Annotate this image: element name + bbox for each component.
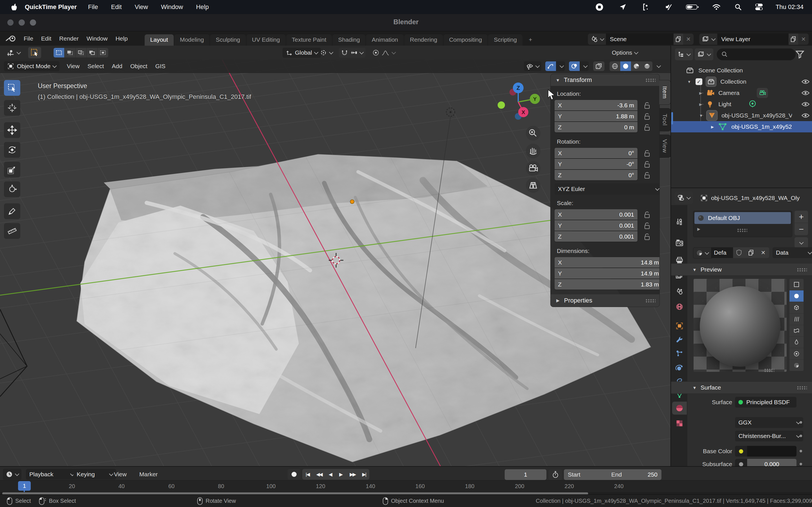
preview-cube-button[interactable] bbox=[790, 302, 804, 313]
workspace-tab-modeling[interactable]: Modeling bbox=[174, 34, 209, 46]
rotation-x-field[interactable]: X0° bbox=[555, 148, 638, 158]
options-dropdown[interactable]: Options bbox=[608, 47, 641, 58]
location-services-icon[interactable] bbox=[619, 3, 627, 11]
timeline-menu-keying[interactable]: Keying bbox=[73, 469, 116, 480]
subsurface-method-dropdown[interactable]: Christensen-Bur... bbox=[735, 431, 803, 441]
topbar-menu-file[interactable]: File bbox=[20, 35, 37, 42]
decorator-dot[interactable] bbox=[800, 450, 802, 452]
unlink-material-button[interactable]: ✕ bbox=[757, 247, 769, 258]
surface-panel-header[interactable]: ▼ Surface bbox=[671, 381, 812, 394]
jump-to-start-button[interactable]: |◀ bbox=[306, 471, 310, 477]
material-browse-button[interactable] bbox=[693, 247, 712, 259]
timeline-ruler[interactable]: 20 40 60 80 100 120 140 160 180 200 220 … bbox=[0, 480, 812, 492]
shading-material-button[interactable] bbox=[631, 61, 642, 71]
shading-dropdown[interactable] bbox=[652, 61, 663, 71]
play-button[interactable]: ▶ bbox=[339, 471, 343, 477]
copy-material-button[interactable] bbox=[745, 247, 757, 258]
show-overlays-toggle[interactable] bbox=[569, 61, 580, 71]
tool-cursor[interactable] bbox=[4, 100, 20, 116]
location-y-field[interactable]: Y1.88 m bbox=[555, 111, 638, 121]
viewport-menu-select[interactable]: Select bbox=[84, 63, 108, 69]
outliner-row-mesh-data-selected[interactable]: ▶ obj-USGS_1m_x49y52 bbox=[671, 121, 812, 132]
rotation-z-field[interactable]: Z0° bbox=[555, 170, 638, 180]
playhead-current-frame[interactable]: 1 bbox=[18, 481, 31, 491]
scale-x-field[interactable]: X0.001 bbox=[555, 209, 638, 220]
menubar-clock[interactable]: Thu 02:34 bbox=[776, 3, 804, 11]
timeline-menu-view[interactable]: View bbox=[114, 471, 126, 478]
select-mode-subtract-button[interactable] bbox=[75, 48, 86, 57]
outliner-row-collection[interactable]: ▼ ✓ Collection bbox=[671, 76, 812, 87]
workspace-tab-layout[interactable]: Layout bbox=[145, 34, 174, 46]
control-center-icon[interactable] bbox=[755, 3, 763, 11]
scene-unlink-button[interactable]: ✕ bbox=[683, 36, 694, 43]
scene-name[interactable]: Scene bbox=[606, 34, 673, 45]
tool-scale[interactable] bbox=[4, 162, 20, 177]
lock-icons-column[interactable] bbox=[643, 100, 652, 291]
expand-icon[interactable]: ▶ bbox=[699, 91, 702, 95]
preview-sphere-button[interactable] bbox=[790, 290, 804, 302]
next-keyframe-button[interactable]: ▶▶ bbox=[350, 471, 355, 477]
view-layer-browse-button[interactable] bbox=[699, 34, 717, 45]
viewport-menu-add[interactable]: Add bbox=[108, 63, 126, 69]
workspace-tab-uv-editing[interactable]: UV Editing bbox=[246, 34, 286, 46]
viewport-nav-buttons[interactable] bbox=[526, 126, 541, 193]
material-name-field[interactable]: Defa bbox=[711, 247, 736, 258]
remove-material-slot-button[interactable]: − bbox=[795, 223, 808, 235]
preview-resize-grip[interactable] bbox=[764, 369, 774, 372]
add-material-slot-button[interactable]: + bbox=[795, 211, 808, 223]
workspace-tab-animation[interactable]: Animation bbox=[366, 34, 403, 46]
preview-checker-sphere-button[interactable] bbox=[790, 360, 804, 371]
menubar-menu-file[interactable]: File bbox=[84, 3, 102, 11]
location-z-field[interactable]: Z0 m bbox=[555, 122, 638, 132]
object-visibility-dropdown[interactable] bbox=[524, 61, 541, 71]
menubar-menu-window[interactable]: Window bbox=[157, 3, 187, 11]
distribution-dropdown[interactable]: GGX bbox=[735, 417, 803, 428]
hide-toggle-eye-icon[interactable] bbox=[801, 101, 810, 108]
tweak-tool-button[interactable] bbox=[28, 47, 41, 58]
transform-orientation-dropdown[interactable]: Global bbox=[283, 48, 321, 58]
show-gizmo-toggle[interactable] bbox=[545, 61, 556, 71]
fake-user-shield-button[interactable] bbox=[733, 247, 745, 258]
preview-fluid-button[interactable] bbox=[790, 337, 804, 348]
location-x-field[interactable]: X-3.6 m bbox=[555, 100, 638, 110]
menubar-app-name[interactable]: QuickTime Player bbox=[25, 3, 77, 11]
tab-modifier-properties[interactable] bbox=[672, 334, 687, 346]
screen-recording-stop-icon[interactable] bbox=[595, 3, 604, 11]
n-panel-tab-tool[interactable]: Tool bbox=[659, 108, 670, 131]
scale-z-field[interactable]: Z0.001 bbox=[555, 231, 638, 242]
tab-physics-properties[interactable] bbox=[672, 362, 687, 375]
panel-grip-icon[interactable] bbox=[645, 299, 656, 302]
tool-rotate[interactable] bbox=[4, 142, 20, 158]
rotation-y-field[interactable]: Y-0° bbox=[555, 159, 638, 169]
tab-particle-properties[interactable] bbox=[672, 347, 687, 360]
pivot-point-dropdown[interactable] bbox=[317, 48, 335, 58]
workspace-tab-sculpting[interactable]: Sculpting bbox=[210, 34, 246, 46]
xray-toggle[interactable] bbox=[593, 61, 605, 71]
navigation-gizmo[interactable]: Z Y X bbox=[498, 82, 540, 120]
workspace-tab-texture-paint[interactable]: Texture Paint bbox=[286, 34, 332, 46]
outliner-row-terrain-object[interactable]: ▼ obj-USGS_1m_x49y528_V bbox=[671, 110, 812, 121]
decorator-dot[interactable] bbox=[800, 435, 802, 437]
preview-hair-button[interactable] bbox=[790, 314, 804, 325]
transform-panel-header[interactable]: ▼ Transform bbox=[551, 74, 659, 86]
tab-object-properties[interactable] bbox=[672, 320, 687, 332]
add-workspace-button[interactable]: + bbox=[523, 34, 538, 46]
menubar-menu-view[interactable]: View bbox=[131, 3, 152, 11]
frame-end-field[interactable]: End250 bbox=[607, 469, 661, 480]
prev-keyframe-button[interactable]: ◀◀ bbox=[316, 471, 322, 477]
topbar-menu-render[interactable]: Render bbox=[55, 35, 83, 42]
play-reverse-button[interactable]: ◀ bbox=[329, 471, 333, 477]
sidecar-bracket-icon[interactable] bbox=[642, 3, 650, 11]
topbar-menu-window[interactable]: Window bbox=[83, 35, 112, 42]
outliner-row-scene-collection[interactable]: Scene Collection bbox=[671, 65, 812, 76]
timeline-menu-marker[interactable]: Marker bbox=[139, 471, 158, 478]
tab-scene-properties[interactable] bbox=[672, 285, 687, 298]
base-color-swatch[interactable] bbox=[735, 446, 797, 457]
expand-icon[interactable]: ▼ bbox=[688, 80, 691, 84]
select-mode-box-new-button[interactable] bbox=[54, 48, 64, 57]
preview-flat-button[interactable] bbox=[790, 279, 804, 290]
outliner-scroll-indicator[interactable] bbox=[671, 112, 673, 124]
viewport-menu-object[interactable]: Object bbox=[126, 63, 151, 69]
tab-texture-properties[interactable] bbox=[672, 417, 687, 430]
tab-tool-properties[interactable] bbox=[672, 215, 687, 228]
